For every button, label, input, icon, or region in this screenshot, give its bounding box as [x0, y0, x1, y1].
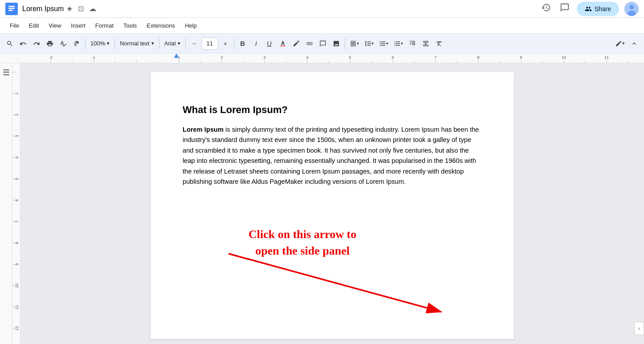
- text-color-button[interactable]: [277, 36, 289, 51]
- checklist-button[interactable]: ▾: [377, 36, 391, 51]
- menu-bar: File Edit View Insert Format Tools Exten…: [0, 18, 644, 34]
- bold-button[interactable]: B: [236, 36, 249, 51]
- menu-extensions[interactable]: Extensions: [142, 20, 179, 31]
- svg-rect-1: [8, 6, 15, 7]
- left-sidebar: ☰: [0, 63, 12, 344]
- separator-5: [234, 38, 234, 49]
- menu-view[interactable]: View: [44, 20, 65, 31]
- font-size-increase-button[interactable]: +: [219, 36, 232, 51]
- chevron-down-icon: ▾: [107, 40, 110, 46]
- separator-6: [345, 38, 345, 49]
- main-area: ☰ What is Lorem Ipsum? Lorem Ipsum is si…: [0, 63, 644, 344]
- redo-button[interactable]: [30, 36, 43, 51]
- arrow-svg: [186, 246, 471, 326]
- menu-insert[interactable]: Insert: [66, 20, 90, 31]
- zoom-select[interactable]: 100% ▾: [88, 37, 112, 50]
- svg-rect-7: [280, 45, 285, 46]
- collapse-side-panel-button[interactable]: ‹: [634, 322, 644, 335]
- svg-line-9: [228, 254, 441, 312]
- vertical-ruler: [12, 63, 20, 344]
- paragraph-style-select[interactable]: Normal text ▾: [117, 37, 156, 50]
- italic-button[interactable]: I: [250, 36, 262, 51]
- annotation-text: Click on this arrow to open the side pan…: [249, 227, 356, 259]
- clear-format-button[interactable]: [433, 36, 445, 51]
- title-icons: ★ ⊡ ☁: [64, 4, 96, 13]
- undo-button[interactable]: [17, 36, 29, 51]
- expand-button[interactable]: [628, 36, 640, 51]
- indent-increase-button[interactable]: [420, 36, 432, 51]
- top-right-actions: Share: [539, 1, 639, 16]
- line-spacing-button[interactable]: ▾: [362, 36, 376, 51]
- font-select[interactable]: Arial ▾: [162, 37, 183, 50]
- folder-icon[interactable]: ⊡: [78, 4, 84, 13]
- menu-help[interactable]: Help: [180, 20, 201, 31]
- chevron-down-icon-3: ▾: [178, 40, 180, 46]
- svg-rect-3: [8, 10, 13, 11]
- document-title[interactable]: Lorem Ipsum: [22, 5, 64, 13]
- separator-3: [159, 38, 159, 49]
- document-body[interactable]: Lorem Ipsum is simply dummy text of the …: [183, 125, 482, 187]
- svg-point-6: [628, 11, 636, 16]
- app-icon: [5, 3, 18, 15]
- document-page: What is Lorem Ipsum? Lorem Ipsum is simp…: [151, 72, 514, 339]
- collapse-icon: ‹: [638, 325, 640, 332]
- svg-rect-2: [8, 8, 15, 9]
- star-icon[interactable]: ★: [66, 4, 73, 13]
- edit-mode-button[interactable]: ▾: [613, 36, 627, 51]
- list-button[interactable]: ▾: [391, 36, 405, 51]
- cloud-icon[interactable]: ☁: [89, 4, 96, 13]
- highlight-button[interactable]: [290, 36, 302, 51]
- doc-body-text: is simply dummy text of the printing and…: [183, 126, 479, 185]
- menu-tools[interactable]: Tools: [119, 20, 141, 31]
- chevron-down-icon-2: ▾: [151, 40, 154, 46]
- menu-file[interactable]: File: [5, 20, 24, 31]
- ruler: [0, 53, 644, 63]
- link-button[interactable]: [303, 36, 316, 51]
- font-size-decrease-button[interactable]: −: [188, 36, 200, 51]
- font-size-input[interactable]: [201, 37, 218, 50]
- search-button[interactable]: [4, 36, 16, 51]
- separator-2: [114, 38, 115, 49]
- share-button[interactable]: Share: [577, 2, 619, 16]
- chat-button[interactable]: [558, 1, 571, 16]
- toolbar-right: ▾: [613, 36, 640, 51]
- svg-point-5: [629, 5, 634, 9]
- title-bar: Lorem Ipsum ★ ⊡ ☁ Share: [0, 0, 644, 18]
- separator-4: [185, 38, 186, 49]
- content-area[interactable]: What is Lorem Ipsum? Lorem Ipsum is simp…: [20, 63, 644, 344]
- avatar[interactable]: [624, 2, 639, 16]
- comment-button[interactable]: [317, 36, 329, 51]
- menu-edit[interactable]: Edit: [24, 20, 43, 31]
- paint-format-button[interactable]: [70, 36, 83, 51]
- toolbar: 100% ▾ Normal text ▾ Arial ▾ − + B I U: [0, 34, 644, 53]
- menu-format[interactable]: Format: [91, 20, 118, 31]
- share-label: Share: [595, 5, 611, 12]
- spell-check-button[interactable]: [57, 36, 69, 51]
- separator-1: [85, 38, 86, 49]
- underline-button[interactable]: U: [263, 36, 276, 51]
- image-button[interactable]: [330, 36, 342, 51]
- outline-icon[interactable]: ☰: [3, 68, 10, 77]
- indent-decrease-button[interactable]: [406, 36, 419, 51]
- align-button[interactable]: ▾: [347, 36, 361, 51]
- history-button[interactable]: [539, 1, 553, 16]
- doc-body-bold: Lorem Ipsum: [183, 126, 224, 133]
- document-heading: What is Lorem Ipsum?: [183, 104, 482, 116]
- print-button[interactable]: [44, 36, 56, 51]
